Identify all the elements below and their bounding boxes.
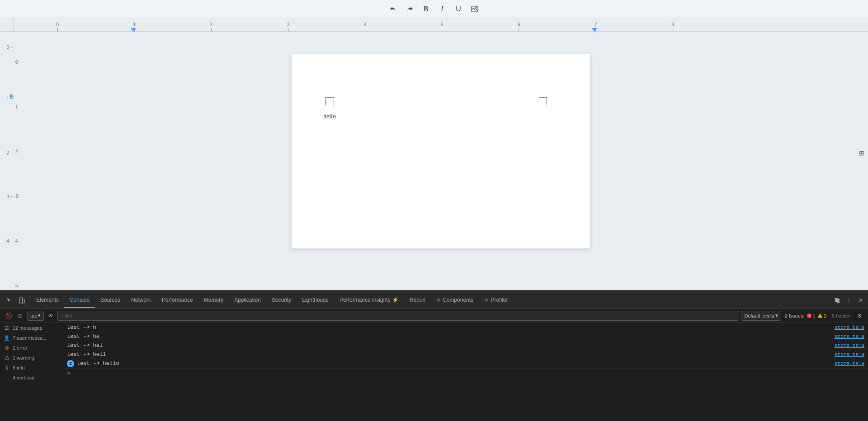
tab-components[interactable]: ⚛ Components	[431, 292, 479, 308]
ruler-num-0: 0	[14, 58, 27, 66]
tab-network[interactable]: Network	[126, 292, 156, 308]
console-clear-button[interactable]: 🚫	[4, 311, 14, 321]
tab-application[interactable]: Application	[229, 292, 266, 308]
svg-rect-3	[23, 299, 24, 303]
svg-text:!: !	[808, 314, 810, 318]
devtools-settings-icon[interactable]	[832, 295, 843, 306]
console-toolbar: 🚫 ⊟ top ▾ 👁 Default levels ▾ 2 Issues: !…	[0, 309, 868, 323]
sidebar-item-errors[interactable]: ⊗ 1 error	[0, 343, 63, 353]
prompt-chevron: >	[67, 370, 70, 377]
devtools-left-icons	[0, 292, 31, 308]
console-filter-input[interactable]	[57, 311, 739, 321]
ruler-tick-6: 6	[518, 22, 520, 32]
log-entry-1: test -> he store.ts:8	[63, 332, 868, 341]
ruler-num-2: 2	[14, 147, 27, 156]
warning-icon: ⚠	[4, 355, 10, 361]
top-toolbar: B I U	[0, 0, 868, 18]
ruler-tick-0: 0	[57, 22, 59, 32]
ruler-left-tick-0: 0	[6, 45, 14, 50]
info-icon: ℹ	[4, 365, 10, 371]
tab-elements[interactable]: Elements	[31, 292, 64, 308]
log-entry-3: test -> hell store.ts:8	[63, 350, 868, 359]
devtools-panel: Elements Console Sources Network Perform…	[0, 290, 868, 421]
resize-handle-icon[interactable]: ⊞	[859, 150, 864, 157]
tab-redux[interactable]: Redux	[404, 292, 431, 308]
bold-button[interactable]: B	[420, 3, 432, 15]
tab-security[interactable]: Security	[266, 292, 297, 308]
ruler-tick-2: 2	[210, 22, 213, 32]
console-content: ☰ 12 messages 👤 7 user messa... ⊗ 1 erro…	[0, 323, 868, 421]
devtools-inspect-icon[interactable]	[4, 295, 14, 306]
messages-icon: ☰	[4, 325, 10, 331]
tab-lighthouse[interactable]: Lighthouse	[297, 292, 334, 308]
image-button[interactable]	[468, 3, 481, 15]
devtools-settings-area: ⋮ ✕	[830, 292, 868, 308]
sidebar-item-verbose[interactable]: … 4 verbose	[0, 373, 63, 383]
sidebar-item-info[interactable]: ℹ 6 info	[0, 363, 63, 373]
ruler-marker-h2[interactable]	[592, 28, 597, 32]
devtools-more-icon[interactable]: ⋮	[844, 295, 854, 306]
ruler-top-canvas: 0 1 2 3 4	[14, 18, 868, 32]
ruler-tick-3: 3	[287, 22, 290, 32]
ruler-left-inner: 0 1 2 3 4	[0, 32, 14, 290]
cursor-bracket-right	[539, 97, 547, 105]
console-levels-dropdown[interactable]: Default levels ▾	[741, 311, 781, 321]
redo-button[interactable]	[403, 3, 416, 15]
cursor-bracket-left	[326, 97, 334, 105]
log-badge-2: 2	[67, 360, 74, 367]
log-entry-4: 2 test -> hello store.ts:8	[63, 359, 868, 369]
ruler-left-tick-4: 4	[6, 239, 14, 243]
console-settings-icon[interactable]: ⚙	[854, 311, 864, 321]
page-content[interactable]: hello 0 1 2 3 4 5	[14, 32, 868, 290]
console-main[interactable]: test -> h store.ts:8 test -> he store.ts…	[63, 323, 868, 421]
page-document: hello	[292, 54, 590, 248]
sidebar-item-user-messages[interactable]: 👤 7 user messa...	[0, 333, 63, 343]
console-prompt[interactable]: >	[63, 369, 868, 379]
ruler-tick-container: 0 1 2 3 4	[14, 18, 868, 32]
console-error-badge: ! 1	[807, 313, 816, 318]
ruler-marker-h1[interactable]	[131, 28, 136, 32]
user-messages-icon: 👤	[4, 335, 10, 341]
sidebar-item-messages[interactable]: ☰ 12 messages	[0, 323, 63, 333]
console-context-dropdown[interactable]: top ▾	[27, 311, 44, 321]
devtools-device-icon[interactable]	[16, 295, 27, 306]
undo-button[interactable]	[387, 3, 400, 15]
underline-button[interactable]: U	[452, 3, 465, 15]
ruler-corner	[0, 18, 14, 32]
tab-profiler[interactable]: ⚛ Profiler	[479, 292, 513, 308]
tab-console[interactable]: Console	[64, 292, 95, 308]
sidebar-item-warnings[interactable]: ⚠ 1 warning	[0, 353, 63, 363]
devtools-close-icon[interactable]: ✕	[855, 295, 866, 306]
error-icon: ⊗	[4, 345, 10, 351]
ruler-tick-5: 5	[441, 22, 443, 32]
tab-memory[interactable]: Memory	[198, 292, 229, 308]
ruler-left-tick-3: 3	[6, 194, 14, 199]
ruler-tick-8: 8	[671, 22, 674, 32]
page-left-ruler-numbers: 0 1 2 3 4 5	[14, 32, 27, 290]
ruler-marker-v1[interactable]	[10, 94, 14, 99]
console-filter-icon[interactable]: ⊟	[15, 311, 25, 321]
console-warning-badge: ! 1	[817, 313, 826, 318]
italic-button[interactable]: I	[436, 3, 448, 15]
ruler-num-1: 1	[14, 103, 27, 111]
page-hello-text: hello	[323, 113, 336, 120]
ruler-left-tick-2: 2	[6, 150, 14, 155]
svg-point-1	[476, 7, 477, 8]
svg-text:!: !	[819, 314, 820, 318]
console-sidebar: ☰ 12 messages 👤 7 user messa... ⊗ 1 erro…	[0, 323, 63, 421]
log-entry-2: test -> hel store.ts:8	[63, 341, 868, 350]
console-hidden-count: 6 hidden	[830, 313, 853, 318]
console-eye-icon[interactable]: 👁	[46, 311, 56, 321]
ruler-top: 0 1 2 3 4	[0, 18, 868, 32]
console-issues-badge: 2 Issues: ! 1 ! 1	[783, 313, 828, 318]
tab-performance[interactable]: Performance	[156, 292, 198, 308]
verbose-icon: …	[4, 374, 10, 381]
svg-rect-2	[19, 298, 23, 303]
devtools-tabs-bar: Elements Console Sources Network Perform…	[0, 292, 868, 309]
tab-sources[interactable]: Sources	[95, 292, 126, 308]
ruler-left: 0 1 2 3 4	[0, 32, 14, 290]
tab-performance-insights[interactable]: Performance insights ⚡	[334, 292, 404, 308]
log-entry-0: test -> h store.ts:8	[63, 323, 868, 332]
editor-area: 0 1 2 3 4	[0, 18, 868, 290]
ruler-num-4: 4	[14, 237, 27, 245]
